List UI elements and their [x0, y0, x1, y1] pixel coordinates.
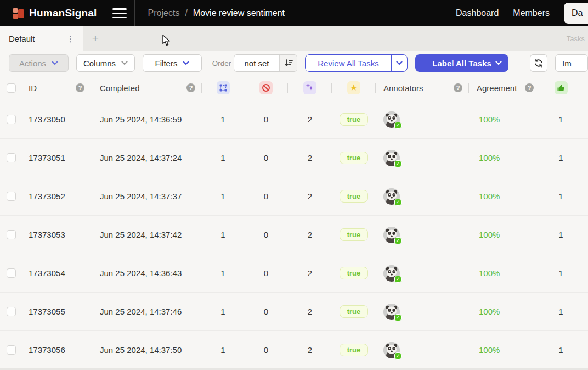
row-checkbox-cell [0, 177, 22, 215]
nav-cta-button[interactable]: Da [564, 3, 588, 24]
sort-direction-button[interactable] [279, 55, 297, 71]
review-all-tasks-label: Review All Tasks [306, 59, 391, 68]
row-checkbox[interactable] [7, 192, 16, 201]
table-row[interactable]: 17373050 Jun 25 2024, 14:36:59 1 0 2 tru… [0, 100, 588, 139]
annotator-avatar[interactable]: ✓ [383, 265, 400, 282]
import-button[interactable]: Im [555, 54, 588, 72]
tab-default[interactable]: Default ⋮ [0, 26, 83, 51]
overflow-cell [581, 216, 588, 254]
annotator-check-badge-icon: ✓ [394, 314, 402, 321]
task-id-cell[interactable]: 17373051 [22, 139, 92, 177]
row-checkbox[interactable] [7, 115, 16, 124]
overflow-cell [581, 293, 588, 330]
row-checkbox[interactable] [7, 153, 16, 162]
table-row[interactable]: 17373053 Jun 25 2024, 14:37:42 1 0 2 tru… [0, 216, 588, 254]
breadcrumb-projects-link[interactable]: Projects [148, 8, 180, 18]
column-header-annotators[interactable]: Annotators ? [376, 76, 469, 100]
table-row[interactable]: 17373054 Jun 25 2024, 14:36:43 1 0 2 tru… [0, 254, 588, 293]
completed-cell: Jun 25 2024, 14:37:46 [92, 293, 202, 330]
predictions-count-cell: 2 [288, 254, 332, 292]
column-header-completed[interactable]: Completed ? [92, 76, 202, 100]
label-all-tasks-label: Label All Tasks [432, 59, 491, 68]
column-header-annotations[interactable] [202, 76, 244, 100]
row-checkbox[interactable] [7, 230, 16, 239]
predictions-count-cell: 2 [288, 177, 332, 215]
help-icon[interactable]: ? [76, 83, 84, 92]
column-header-sentiment[interactable]: ★ [332, 76, 376, 100]
completed-cell: Jun 25 2024, 14:37:50 [92, 331, 202, 369]
predictions-count-cell: 2 [288, 100, 332, 138]
filters-dropdown-button[interactable]: Filters [143, 54, 202, 72]
add-tab-button[interactable]: + [83, 26, 108, 51]
refresh-button[interactable] [530, 54, 547, 72]
column-header-predictions[interactable] [288, 76, 332, 100]
annotator-check-badge-icon: ✓ [394, 237, 402, 244]
completed-cell: Jun 25 2024, 14:36:59 [92, 100, 202, 138]
row-checkbox[interactable] [7, 307, 16, 316]
annotator-avatar[interactable]: ✓ [383, 304, 400, 320]
sentiment-badge: true [340, 228, 369, 241]
column-header-id[interactable]: ID ? [22, 76, 92, 100]
actions-dropdown-button[interactable]: Actions [9, 54, 69, 72]
row-checkbox-cell [0, 254, 22, 292]
review-all-tasks-button[interactable]: Review All Tasks [305, 54, 408, 72]
row-checkbox-cell [0, 331, 22, 369]
tab-options-kebab-icon[interactable]: ⋮ [64, 33, 77, 44]
task-id-cell[interactable]: 17373050 [22, 100, 92, 138]
column-header-cancelled[interactable] [244, 76, 288, 100]
table-row[interactable]: 17373051 Jun 25 2024, 14:37:24 1 0 2 tru… [0, 139, 588, 177]
row-checkbox[interactable] [7, 268, 16, 278]
sentiment-cell: true [332, 331, 376, 369]
order-selector[interactable]: not set [234, 54, 297, 72]
annotator-avatar[interactable]: ✓ [383, 188, 400, 205]
annotator-avatar[interactable]: ✓ [383, 342, 400, 358]
cancelled-count-cell: 0 [244, 293, 288, 330]
reviews-count-cell: 1 [540, 254, 581, 292]
column-header-completed-label: Completed [100, 83, 140, 93]
columns-dropdown-button[interactable]: Columns [76, 54, 135, 72]
annotator-avatar[interactable]: ✓ [383, 227, 400, 243]
tab-default-label: Default [9, 34, 35, 43]
topbar-divider [134, 0, 135, 26]
cancelled-annotations-icon [259, 81, 273, 94]
order-value[interactable]: not set [234, 55, 279, 71]
cancelled-count-cell: 0 [244, 100, 288, 138]
annotator-check-badge-icon: ✓ [394, 122, 402, 129]
annotations-count-cell: 1 [202, 293, 244, 330]
table-row[interactable]: 17373052 Jun 25 2024, 14:37:37 1 0 2 tru… [0, 177, 588, 216]
task-id-cell[interactable]: 17373052 [22, 177, 92, 215]
annotator-check-badge-icon: ✓ [394, 160, 402, 167]
annotator-avatar[interactable]: ✓ [383, 111, 400, 128]
hamburger-menu-icon[interactable] [112, 8, 127, 18]
task-id-cell[interactable]: 17373053 [22, 216, 92, 254]
brand[interactable]: HumanSignal [13, 7, 97, 19]
overflow-cell [581, 254, 588, 292]
actions-label: Actions [19, 59, 46, 68]
nav-dashboard-link[interactable]: Dashboard [456, 8, 499, 18]
help-icon[interactable]: ? [525, 83, 534, 92]
table-row[interactable]: 17373055 Jun 25 2024, 14:37:46 1 0 2 tru… [0, 293, 588, 331]
row-checkbox[interactable] [7, 345, 16, 355]
refresh-icon [534, 59, 543, 68]
label-all-tasks-button[interactable]: Label All Tasks [415, 54, 508, 72]
review-all-tasks-split-chevron[interactable] [391, 55, 407, 71]
column-header-agreement[interactable]: Agreement ? [469, 76, 540, 100]
annotator-check-badge-icon: ✓ [394, 276, 402, 283]
help-icon[interactable]: ? [186, 83, 195, 92]
table-row[interactable]: 17373056 Jun 25 2024, 14:37:50 1 0 2 tru… [0, 331, 588, 369]
column-header-reviews[interactable] [540, 76, 581, 100]
sentiment-cell: true [332, 139, 376, 177]
horizontal-scrollbar[interactable] [0, 368, 588, 370]
nav-members-link[interactable]: Members [513, 8, 550, 18]
chevron-down-icon [183, 61, 189, 65]
annotator-avatar[interactable]: ✓ [383, 150, 400, 166]
help-icon[interactable]: ? [454, 83, 462, 92]
task-id-cell[interactable]: 17373055 [22, 293, 92, 330]
reviews-count-cell: 1 [540, 139, 581, 177]
sentiment-badge: true [340, 305, 369, 318]
select-all-cell [0, 76, 22, 100]
select-all-checkbox[interactable] [7, 83, 16, 93]
task-id-cell[interactable]: 17373056 [22, 331, 92, 369]
task-id-cell[interactable]: 17373054 [22, 254, 92, 292]
row-checkbox-cell [0, 100, 22, 138]
